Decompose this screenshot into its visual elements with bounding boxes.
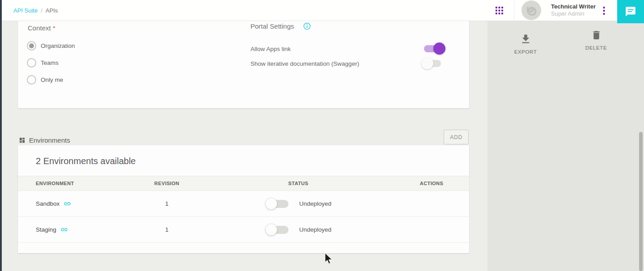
environment-name: Staging [36,226,56,233]
link-icon[interactable] [60,226,68,233]
user-role: Super Admin [551,10,600,17]
environments-table-header: ENVIRONMENT REVISION STATUS ACTIONS [18,176,469,191]
top-header: API Suite / APIs Technical Writer Super … [2,0,617,21]
deploy-toggle[interactable] [265,198,290,210]
radio-unselected-icon [27,58,36,68]
chat-icon [625,6,636,17]
column-status: STATUS [203,181,394,186]
table-row-staging: Staging 1 Undeployed [18,217,469,243]
feedback-chat-button[interactable] [617,0,644,23]
delete-label: DELETE [585,45,607,51]
table-row-sandbox: Sandbox 1 Undeployed [18,191,469,217]
header-divider [514,0,514,21]
api-settings-card: Context * Organization Teams Only me Por… [18,21,469,108]
export-label: EXPORT [514,49,537,55]
environment-name: Sandbox [36,200,59,207]
radio-selected-icon [27,41,36,51]
add-environment-button[interactable]: ADD [444,130,469,144]
delete-button[interactable]: DELETE [578,29,614,51]
radio-unselected-icon [27,75,36,85]
portal-settings-title: Portal Settings [250,22,294,30]
vertical-scrollbar[interactable] [639,132,643,271]
column-revision: REVISION [131,181,203,186]
breadcrumb-current-apis: APIs [46,7,58,14]
export-button[interactable]: EXPORT [508,33,543,55]
radio-label: Organization [41,42,75,49]
apps-grid-icon[interactable] [494,5,504,16]
link-icon[interactable] [64,200,71,207]
column-actions: ACTIONS [394,181,469,186]
download-icon [520,33,532,45]
environments-card: 2 Environments available ENVIRONMENT REV… [18,145,469,253]
avatar[interactable] [521,0,541,20]
status-text: Undeployed [299,226,331,233]
allow-apps-link-toggle[interactable] [423,42,445,55]
required-asterisk: * [53,24,55,32]
allow-apps-link-label: Allow Apps link [250,46,291,52]
main-content: Context * Organization Teams Only me Por… [2,21,487,271]
column-environment: ENVIRONMENT [18,181,131,186]
action-side-panel: EXPORT DELETE [487,21,644,271]
breadcrumb-link-api-suite[interactable]: API Suite [13,7,38,14]
breadcrumb: API Suite / APIs [13,0,58,21]
user-name: Technical Writer [551,3,600,10]
trash-icon [591,29,602,41]
environments-section-title: Environments [29,136,70,144]
collapsed-nav-strip[interactable] [0,0,2,271]
radio-option-organization[interactable]: Organization [27,41,75,51]
revision-value: 1 [131,200,203,207]
radio-label: Teams [41,59,59,66]
user-info[interactable]: Technical Writer Super Admin [551,3,600,17]
info-icon[interactable] [303,22,311,30]
breadcrumb-separator: / [41,7,42,14]
radio-label: Only me [41,76,63,83]
status-text: Undeployed [299,200,331,207]
environments-summary: 2 Environments available [36,156,136,166]
mouse-cursor [325,253,333,267]
radio-option-teams[interactable]: Teams [27,58,59,68]
context-field-label: Context * [28,24,55,32]
dashboard-icon [19,137,25,144]
radio-option-only-me[interactable]: Only me [27,75,63,85]
more-options-icon[interactable] [600,5,607,16]
swagger-doc-toggle[interactable] [421,57,444,70]
revision-value: 1 [131,226,203,233]
swagger-doc-label: Show iterative documentation (Swagger) [250,60,359,67]
deploy-toggle[interactable] [265,224,290,236]
